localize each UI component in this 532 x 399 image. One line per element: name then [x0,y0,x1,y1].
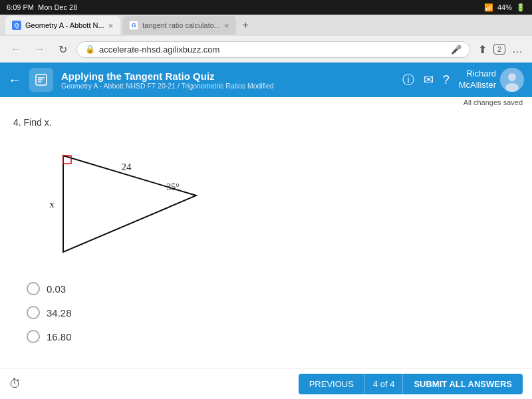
svg-text:x: x [49,199,55,209]
status-time: 6:09 PM [7,3,34,11]
svg-point-5 [508,73,516,81]
saved-bar: All changes saved [0,97,532,108]
previous-button[interactable]: PREVIOUS [299,374,364,394]
app-title: Applying the Tangent Ratio Quiz [61,70,394,82]
history-icon[interactable]: ⏱ [9,377,21,391]
answer-option-3[interactable]: 16.80 [27,330,505,343]
battery-icon: 🔋 [516,3,525,12]
info-button[interactable]: ⓘ [402,72,414,88]
tab-1-close[interactable]: × [108,21,114,31]
new-tab-button[interactable]: + [239,19,253,31]
tab-2-favicon: G [129,21,138,30]
mic-icon: 🎤 [451,45,462,55]
status-date: Mon Dec 28 [38,3,77,11]
nav-actions: ⬆ 2 … [475,41,525,59]
saved-text: All changes saved [464,98,523,106]
tab-2-label: tangent ratio calculato... [142,21,220,29]
tab-count[interactable]: 2 [493,44,505,55]
tab-1-label: Geometry A - Abbott N... [25,21,104,29]
share-button[interactable]: ⬆ [475,41,489,59]
status-bar: 6:09 PM Mon Dec 28 📶 44% 🔋 [0,0,532,15]
radio-3[interactable] [27,330,40,343]
app-subtitle: Geometry A - Abbott NHSD FT 20-21 / Trig… [61,82,394,90]
app-header: ← Applying the Tangent Ratio Quiz Geomet… [0,63,532,97]
triangle-svg: 24 35° x [27,136,213,269]
option-text-2: 34.28 [47,307,72,319]
forward-button[interactable]: → [31,41,49,58]
radio-1[interactable] [27,282,40,295]
status-right: 📶 44% 🔋 [484,3,525,12]
wifi-icon: 📶 [484,3,493,12]
reload-button[interactable]: ↻ [55,41,71,59]
tab-1[interactable]: Q Geometry A - Abbott N... × [5,16,120,35]
tab-bar: Q Geometry A - Abbott N... × G tangent r… [0,15,532,36]
app-title-area: Applying the Tangent Ratio Quiz Geometry… [61,70,394,90]
answer-choices: 0.03 34.28 16.80 [13,282,519,343]
question-label: 4. Find x. [13,117,519,128]
address-bar[interactable]: 🔒 accelerate-nhsd.agilixbuzz.com 🎤 [76,41,470,58]
user-avatar [500,68,524,92]
diagram-area: 24 35° x [27,136,505,269]
header-actions: ⓘ ✉ ? RichardMcAllister [402,68,524,92]
answer-option-2[interactable]: 34.28 [27,306,505,319]
option-text-1: 0.03 [47,283,66,295]
lock-icon: 🔒 [85,45,95,54]
bottom-actions: PREVIOUS 4 of 4 SUBMIT ALL ANSWERS [299,374,523,394]
page-indicator: 4 of 4 [364,374,404,394]
svg-text:24: 24 [122,162,132,172]
send-button[interactable]: ✉ [424,72,434,87]
menu-button[interactable]: … [509,41,525,58]
status-left: 6:09 PM Mon Dec 28 [7,3,77,11]
battery-status: 44% [497,3,512,11]
radio-2[interactable] [27,306,40,319]
app-back-button[interactable]: ← [8,72,21,88]
app-icon [29,68,53,92]
option-text-3: 16.80 [47,331,72,342]
bottom-bar: ⏱ PREVIOUS 4 of 4 SUBMIT ALL ANSWERS [0,368,532,399]
submit-all-button[interactable]: SUBMIT ALL ANSWERS [403,374,523,394]
user-section[interactable]: RichardMcAllister [459,68,524,92]
triangle-container: 24 35° x [27,136,213,269]
answer-option-1[interactable]: 0.03 [27,282,505,295]
nav-bar: ← → ↻ 🔒 accelerate-nhsd.agilixbuzz.com 🎤… [0,36,532,63]
url-text: accelerate-nhsd.agilixbuzz.com [99,45,447,55]
tab-1-favicon: Q [12,21,21,30]
tab-2[interactable]: G tangent ratio calculato... × [122,16,235,35]
help-button[interactable]: ? [443,73,450,87]
main-content: 4. Find x. 24 35° x 0.03 [0,108,532,363]
tab-2-close[interactable]: × [224,21,229,31]
back-button[interactable]: ← [7,41,25,58]
user-name: RichardMcAllister [459,68,496,91]
svg-text:35°: 35° [166,182,180,192]
